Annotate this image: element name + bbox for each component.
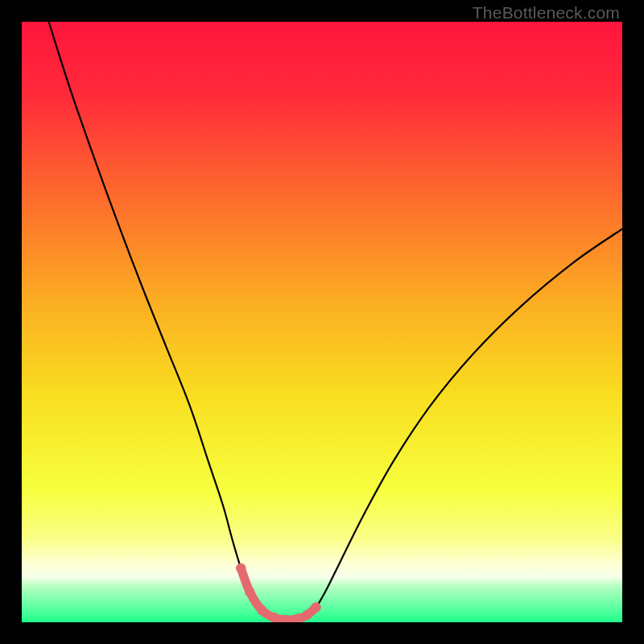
optimal-dot bbox=[311, 602, 320, 612]
optimal-dot bbox=[302, 610, 312, 620]
plot-area bbox=[22, 22, 622, 622]
optimal-dot bbox=[257, 605, 266, 615]
chart-svg bbox=[22, 22, 622, 622]
optimal-dot bbox=[245, 588, 254, 597]
optimal-dot bbox=[236, 564, 246, 573]
optimal-dot bbox=[269, 613, 279, 622]
watermark: TheBottleneck.com bbox=[473, 3, 620, 23]
gradient-background bbox=[22, 22, 622, 622]
chart-frame: TheBottleneck.com bbox=[0, 0, 644, 644]
